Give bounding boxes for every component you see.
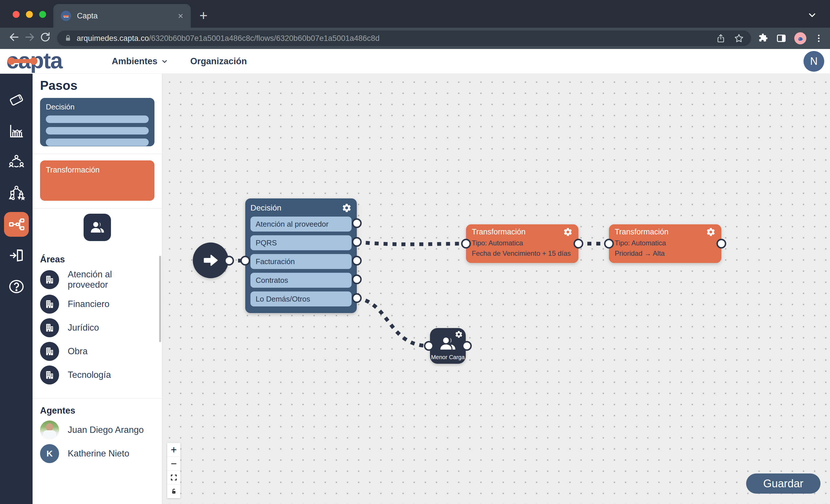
user-avatar[interactable]: N <box>803 51 824 72</box>
rail-item-ticket[interactable] <box>4 88 29 112</box>
agent-name: Juan Diego Arango <box>68 425 144 435</box>
area-item[interactable]: Financiero <box>40 295 155 314</box>
decision-tree-icon <box>8 184 25 202</box>
rail-item-teams[interactable] <box>4 150 29 174</box>
flow-canvas[interactable]: Decisión Atención al proveedor PQRS Fact… <box>162 74 830 504</box>
decision-option[interactable]: Atención al proveedor <box>250 216 352 232</box>
area-label: Obra <box>68 346 88 357</box>
fit-view-button[interactable] <box>167 471 181 484</box>
browser-menu-dots-icon[interactable] <box>814 33 824 43</box>
decision-option[interactable]: Contratos <box>250 273 352 288</box>
gear-icon[interactable] <box>342 203 352 213</box>
capta-logo[interactable]: capta <box>6 49 62 73</box>
flow-builder-icon <box>8 216 25 233</box>
teams-network-icon <box>8 154 25 171</box>
close-window-button[interactable] <box>13 11 20 18</box>
decision-option[interactable]: PQRS <box>250 235 352 250</box>
palette-transformation-step[interactable]: Transformación <box>40 160 155 201</box>
decision-node[interactable]: Decisión Atención al proveedor PQRS Fact… <box>245 198 357 313</box>
decision-node-title: Decisión <box>250 203 281 212</box>
agent-item[interactable]: Juan Diego Arango <box>40 421 155 439</box>
palette-decision-step[interactable]: Decisión <box>40 98 155 146</box>
save-button[interactable]: Guardar <box>746 473 821 494</box>
rail-item-decision-tree[interactable] <box>4 181 29 206</box>
url-bar[interactable]: arquimedes.capta.co/6320b60b07e1a5001a48… <box>57 31 751 46</box>
areas-heading: Áreas <box>40 254 155 265</box>
transformation-node-1[interactable]: Transformación Tipo: Automatica Fecha de… <box>466 224 578 263</box>
fit-view-icon <box>170 474 178 481</box>
gear-icon[interactable] <box>455 330 463 338</box>
ticket-icon <box>8 91 25 108</box>
palette-transformation-title: Transformación <box>46 166 149 174</box>
extensions-puzzle-icon[interactable] <box>757 33 768 44</box>
analytics-chart-icon <box>8 123 25 140</box>
steps-panel: Pasos Decisión Transformación Áreas Aten… <box>33 74 162 504</box>
reload-button[interactable] <box>37 31 53 45</box>
tab-close-icon[interactable]: × <box>178 11 183 21</box>
bookmark-star-icon[interactable] <box>734 33 744 43</box>
transformation-node-title: Transformación <box>615 228 669 236</box>
fullscreen-window-button[interactable] <box>39 11 46 18</box>
rail-item-exit[interactable] <box>4 243 29 268</box>
decision-option[interactable]: Lo Demás/Otros <box>250 292 352 306</box>
area-label: Jurídico <box>68 323 99 333</box>
building-icon <box>40 318 59 337</box>
lock-toggle-button[interactable] <box>167 484 181 498</box>
zoom-in-button[interactable]: + <box>167 443 181 457</box>
gear-icon[interactable] <box>563 227 573 237</box>
window-controls[interactable] <box>13 11 46 18</box>
transformation-node-2[interactable]: Transformación Tipo: Automatica Priorida… <box>609 224 721 263</box>
building-icon <box>40 342 59 361</box>
start-node[interactable] <box>193 242 228 278</box>
url-path: /6320b60b07e1a5001a486c8c/flows/6320b60b… <box>149 34 380 43</box>
browser-toolbar: arquimedes.capta.co/6320b60b07e1a5001a48… <box>0 28 830 49</box>
panel-divider <box>33 208 162 208</box>
rail-item-flows[interactable] <box>4 212 29 237</box>
edge-pqrs-to-transformation1 <box>357 242 466 244</box>
agent-assignment-node[interactable]: Menor Carga <box>430 328 466 364</box>
transformation-line: Prioridad → Alta <box>615 249 715 258</box>
building-icon <box>40 295 59 314</box>
capta-logo-dumbbell <box>9 59 36 63</box>
minimize-window-button[interactable] <box>26 11 33 18</box>
nav-ambientes-label: Ambientes <box>112 56 157 67</box>
transformation-node-title: Transformación <box>472 228 526 236</box>
start-arrow-icon <box>202 251 220 269</box>
decision-option[interactable]: Facturación <box>250 254 352 269</box>
exit-door-icon <box>8 247 25 264</box>
decision-option-placeholder <box>46 115 149 123</box>
agent-item[interactable]: K Katherine Nieto <box>40 444 155 463</box>
back-button[interactable] <box>6 31 22 45</box>
rail-item-analytics[interactable] <box>4 119 29 143</box>
browser-profile-avatar[interactable] <box>794 32 806 44</box>
side-panel-icon[interactable] <box>776 33 787 44</box>
area-item[interactable]: Atención al proveedor <box>40 269 155 290</box>
area-item[interactable]: Tecnología <box>40 366 155 384</box>
panel-divider <box>33 398 162 399</box>
gear-icon[interactable] <box>706 227 715 237</box>
rail-item-help[interactable] <box>4 274 29 299</box>
share-icon[interactable] <box>716 33 726 43</box>
people-icon <box>89 219 106 236</box>
nav-organizacion[interactable]: Organización <box>190 56 247 67</box>
new-tab-button[interactable]: + <box>199 9 208 23</box>
area-item[interactable]: Jurídico <box>40 318 155 337</box>
transformation-line: Fecha de Vencimiento + 15 días <box>472 249 573 258</box>
nav-ambientes[interactable]: Ambientes <box>112 56 168 67</box>
palette-agent-step[interactable] <box>84 214 111 241</box>
browser-tab[interactable]: ca Capta × <box>53 4 191 28</box>
help-icon <box>8 278 25 295</box>
url-domain: arquimedes.capta.co <box>77 34 149 43</box>
agent-initial-avatar: K <box>40 444 59 463</box>
area-label: Atención al proveedor <box>68 269 155 290</box>
forward-button[interactable] <box>22 31 37 45</box>
icon-rail <box>0 74 33 504</box>
chevron-down-icon <box>161 58 168 65</box>
nav-organizacion-label: Organización <box>190 56 247 67</box>
panel-scrollbar[interactable] <box>159 256 161 342</box>
area-item[interactable]: Obra <box>40 342 155 361</box>
tab-search-chevron-icon[interactable] <box>807 10 817 21</box>
agent-node-label: Menor Carga <box>431 354 465 361</box>
tab-title: Capta <box>77 11 98 21</box>
zoom-out-button[interactable]: − <box>167 457 181 471</box>
